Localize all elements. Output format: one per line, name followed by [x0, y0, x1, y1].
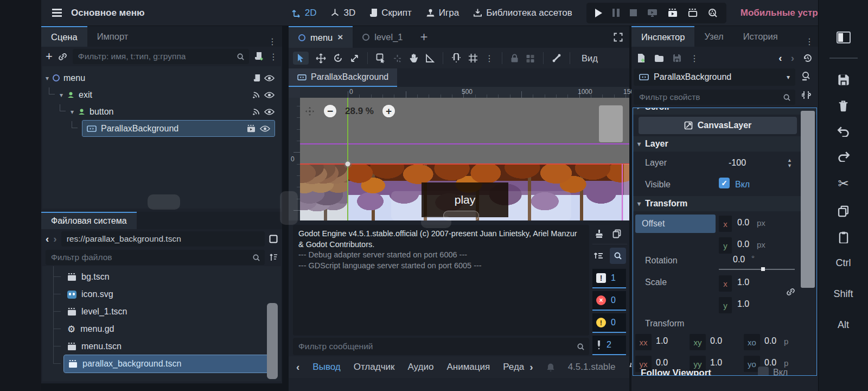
scene-tree-options-icon[interactable]: ⋮ — [269, 52, 278, 62]
section-layer[interactable]: ▾Layer — [633, 136, 801, 152]
matrix-yy-value[interactable]: 1.0 — [710, 358, 722, 368]
tab-history[interactable]: История — [733, 26, 788, 47]
pivot-tool[interactable] — [393, 54, 402, 63]
tab-2d[interactable]: 2D — [292, 8, 317, 18]
visibility-eye-icon[interactable] — [264, 74, 275, 82]
tab-script[interactable]: Скрипт — [369, 8, 412, 18]
matrix-xx-value[interactable]: 1.0 — [656, 336, 668, 346]
class-doc-button[interactable]: CanvasLayer — [639, 117, 797, 134]
history-back-icon[interactable]: ‹ — [778, 52, 782, 64]
delete-icon[interactable] — [838, 100, 849, 112]
tab-output[interactable]: Вывод — [312, 362, 340, 373]
edits-filter-badge[interactable]: 2 — [592, 336, 626, 355]
rotate-tool[interactable] — [333, 53, 343, 63]
node-selector[interactable]: ParallaxBackground ▾ — [634, 68, 795, 86]
follow-viewport-checkbox[interactable] — [758, 367, 769, 376]
file-parallax-background-tscn[interactable]: parallax_background.tscn — [64, 355, 271, 373]
prop-offset-label[interactable]: Offset — [635, 215, 716, 233]
pause-button[interactable] — [612, 9, 620, 17]
2d-viewport-canvas[interactable]: − 28.9 % + play — [300, 98, 629, 220]
collapse-duplicates-icon[interactable] — [593, 251, 603, 260]
tab-node[interactable]: Узел — [694, 26, 733, 47]
snap-options-icon[interactable]: ⋮ — [485, 53, 494, 64]
file-menu-tscn[interactable]: menu.tscn — [42, 338, 281, 355]
nav-back-icon[interactable]: ‹ — [46, 233, 49, 245]
tab-game[interactable]: Игра — [426, 8, 459, 18]
file-icon-svg[interactable]: icon.svg — [42, 286, 281, 303]
smart-snap-icon[interactable] — [451, 53, 461, 63]
paste-icon[interactable] — [838, 231, 849, 243]
play-scene-button[interactable] — [668, 9, 678, 17]
scene-tab-menu[interactable]: menu × — [289, 26, 353, 48]
tab-editor-truncated[interactable]: Реда — [503, 362, 524, 373]
split-mode-icon[interactable] — [269, 235, 278, 243]
resource-options-icon[interactable]: ⋮ — [690, 53, 699, 64]
notification-bell-icon[interactable] — [546, 363, 555, 372]
remote-debug-icon[interactable] — [647, 9, 658, 17]
scroll-tabs-right-icon[interactable]: › — [529, 361, 533, 373]
zoom-in-button[interactable]: + — [382, 105, 395, 117]
history-forward-icon[interactable]: › — [791, 52, 794, 64]
breadcrumb-parallaxbackground[interactable]: ParallaxBackground — [289, 68, 397, 87]
filesystem-scrollbar[interactable] — [267, 303, 278, 379]
visibility-eye-icon[interactable] — [264, 108, 275, 116]
copy-output-icon[interactable] — [612, 229, 621, 238]
rotation-value[interactable]: 0.0 — [733, 255, 745, 264]
expand-viewport-icon[interactable] — [607, 33, 629, 42]
tree-node-parallaxbackground[interactable]: ParallaxBackground — [46, 120, 279, 137]
new-scene-tab-button[interactable]: + — [413, 29, 436, 45]
errors-filter-badge[interactable]: × 0 — [592, 291, 626, 311]
stop-button[interactable] — [630, 9, 637, 16]
inspector-tools-icon[interactable] — [802, 90, 811, 100]
scroll-tabs-left-icon[interactable]: ‹ — [296, 361, 299, 373]
history-icon[interactable] — [803, 53, 813, 63]
ctrl-key-button[interactable]: Ctrl — [836, 257, 851, 269]
tab-scene[interactable]: Сцена — [41, 26, 87, 47]
zoom-level[interactable]: 28.9 % — [345, 106, 374, 117]
offset-x-value[interactable]: 0.0 — [737, 218, 749, 228]
lock-icon[interactable] — [510, 54, 519, 63]
file-filter-input[interactable] — [46, 250, 265, 265]
tab-animation[interactable]: Анимация — [446, 362, 490, 373]
pan-tool[interactable] — [409, 53, 418, 63]
offset-y-value[interactable]: 0.0 — [737, 239, 749, 249]
output-log[interactable]: Godot Engine v4.5.1.stable.official (c) … — [293, 225, 589, 336]
redo-icon[interactable] — [837, 151, 850, 162]
close-tab-icon[interactable]: × — [337, 32, 343, 43]
new-resource-icon[interactable] — [637, 53, 646, 63]
sort-files-icon[interactable] — [269, 253, 278, 262]
unlock-icon[interactable] — [526, 54, 535, 63]
dock-splitter-handle[interactable] — [148, 194, 180, 210]
nav-forward-icon[interactable]: › — [53, 233, 56, 245]
property-filter-input[interactable] — [634, 90, 795, 105]
file-bg-tscn[interactable]: bg.tscn — [42, 268, 281, 286]
ruler-tool[interactable] — [425, 54, 435, 63]
view-menu[interactable]: Вид — [578, 53, 601, 64]
load-resource-icon[interactable] — [654, 54, 664, 62]
canvas-scroll-thumb[interactable] — [599, 105, 623, 142]
dock-options-icon[interactable]: ⋮ — [801, 36, 818, 47]
current-path-field[interactable] — [61, 231, 265, 247]
tab-audio[interactable]: Аудио — [407, 362, 433, 373]
link-scale-icon[interactable] — [786, 287, 795, 297]
collapse-icon[interactable]: ▾ — [46, 74, 49, 82]
matrix-yx-value[interactable]: 0.0 — [656, 358, 668, 368]
visible-checkbox[interactable]: ✓ — [719, 178, 730, 188]
message-filter-input[interactable] — [293, 338, 589, 355]
tree-node-exit[interactable]: ▾ exit — [46, 86, 279, 103]
rotation-slider[interactable] — [719, 269, 795, 270]
section-transform[interactable]: ▾Transform — [633, 196, 801, 211]
warnings-filter-badge[interactable]: ! 0 — [592, 313, 626, 333]
dock-options-icon[interactable]: ⋮ — [263, 36, 282, 47]
center-view-icon[interactable] — [304, 106, 315, 117]
open-docs-icon[interactable] — [801, 71, 812, 81]
origin-gizmo[interactable] — [343, 160, 352, 168]
search-output-icon[interactable] — [610, 248, 626, 264]
play-button[interactable] — [595, 9, 602, 17]
output-splitter-handle[interactable] — [421, 216, 451, 228]
scene-tab-level-1[interactable]: level_1 — [353, 26, 412, 48]
attach-script-button[interactable] — [254, 52, 264, 61]
shift-key-button[interactable]: Shift — [833, 288, 853, 300]
tab-debugger[interactable]: Отладчик — [354, 362, 395, 373]
main-menu-button[interactable]: Основное меню — [52, 8, 144, 18]
